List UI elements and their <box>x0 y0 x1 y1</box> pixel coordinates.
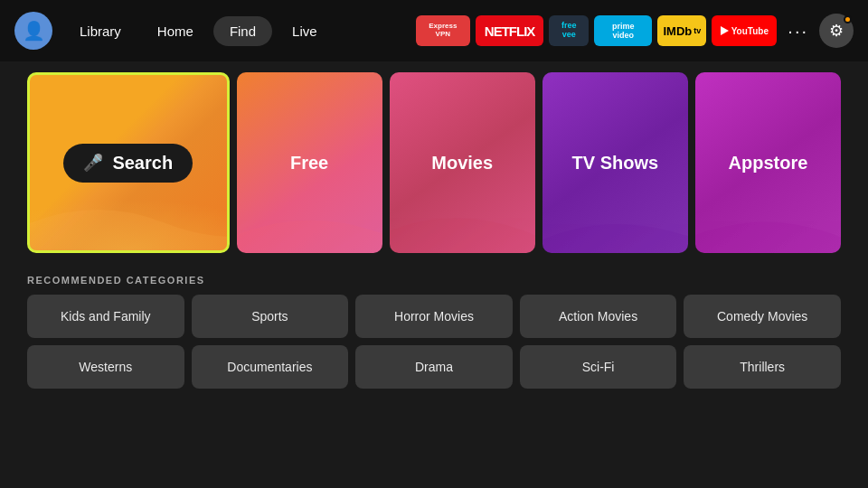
search-label: Search <box>112 153 173 174</box>
nav-links: Library Home Find Live <box>63 16 334 46</box>
category-thrillers[interactable]: Thrillers <box>684 345 841 389</box>
main-content: 🎤 Search Free Movies TV Shows <box>0 61 868 262</box>
search-button[interactable]: 🎤 Search <box>63 144 193 183</box>
search-tile[interactable]: 🎤 Search <box>27 72 230 253</box>
category-westerns[interactable]: Westerns <box>27 345 184 389</box>
top-nav: 👤 Library Home Find Live ExpressVPN NETF… <box>0 0 868 61</box>
category-row-2: Westerns Documentaries Drama Sci-Fi Thri… <box>27 345 841 389</box>
category-comedy-movies[interactable]: Comedy Movies <box>684 295 841 338</box>
more-apps-button[interactable]: ··· <box>782 21 814 42</box>
movies-label: Movies <box>431 153 493 174</box>
youtube-badge[interactable]: YouTube <box>712 15 777 46</box>
wave-decoration <box>390 199 535 253</box>
freevee-badge[interactable]: freevee <box>549 15 589 46</box>
category-horror-movies[interactable]: Horror Movies <box>355 295 513 338</box>
category-tiles-row: 🎤 Search Free Movies TV Shows <box>27 72 841 253</box>
nav-find[interactable]: Find <box>213 16 272 46</box>
settings-notification-dot <box>844 15 852 23</box>
user-avatar[interactable]: 👤 <box>14 12 52 50</box>
wave-decoration <box>30 196 230 250</box>
expressvpn-badge[interactable]: ExpressVPN <box>416 15 470 46</box>
tvshows-label: TV Shows <box>572 153 659 174</box>
free-label: Free <box>290 153 328 174</box>
wave-decoration <box>695 199 841 253</box>
category-row-1: Kids and Family Sports Horror Movies Act… <box>27 295 841 338</box>
free-tile[interactable]: Free <box>237 72 382 253</box>
imdb-badge[interactable]: IMDb tv <box>657 15 706 46</box>
microphone-icon: 🎤 <box>83 153 103 173</box>
section-title: RECOMMENDED CATEGORIES <box>27 275 841 286</box>
movies-tile[interactable]: Movies <box>390 72 535 253</box>
category-action-movies[interactable]: Action Movies <box>520 295 677 338</box>
appstore-tile[interactable]: Appstore <box>695 72 841 253</box>
prime-video-badge[interactable]: primevideo <box>594 15 652 46</box>
netflix-badge[interactable]: NETFLIX <box>476 15 544 46</box>
appstore-label: Appstore <box>729 153 808 174</box>
app-icons-bar: ExpressVPN NETFLIX freevee primevideo IM… <box>416 14 854 48</box>
nav-library[interactable]: Library <box>63 16 137 46</box>
settings-button[interactable]: ⚙ <box>819 14 854 48</box>
category-scifi[interactable]: Sci-Fi <box>520 345 677 389</box>
recommended-section: RECOMMENDED CATEGORIES Kids and Family S… <box>0 275 868 389</box>
category-sports[interactable]: Sports <box>192 295 349 338</box>
wave-decoration <box>542 199 688 253</box>
youtube-icon <box>721 23 729 38</box>
category-kids-family[interactable]: Kids and Family <box>27 295 184 338</box>
category-grid: Kids and Family Sports Horror Movies Act… <box>27 295 841 389</box>
category-documentaries[interactable]: Documentaries <box>192 345 349 389</box>
wave-decoration <box>237 199 382 253</box>
category-drama[interactable]: Drama <box>355 345 513 389</box>
nav-live[interactable]: Live <box>276 16 334 46</box>
tv-shows-tile[interactable]: TV Shows <box>542 72 688 253</box>
nav-home[interactable]: Home <box>141 16 210 46</box>
